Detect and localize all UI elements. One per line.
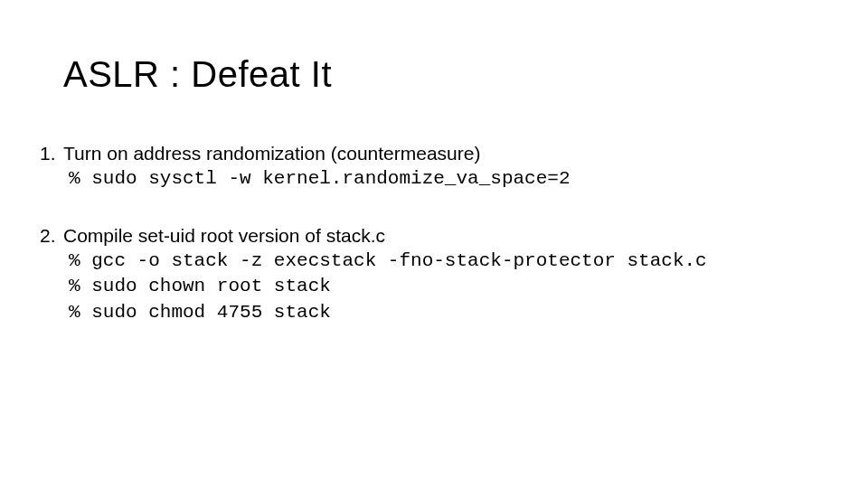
item-number: 2. [40,223,63,249]
slide-body: 1. Turn on address randomization (counte… [40,141,835,325]
item-text: Compile set-uid root version of stack.c [63,223,835,249]
command-line: % gcc -o stack -z execstack -fno-stack-p… [40,249,835,274]
command-line: % sudo chmod 4755 stack [40,300,835,325]
slide-title: ASLR : Defeat It [63,54,332,95]
item-number: 1. [40,141,63,166]
command-line: % sudo sysctl -w kernel.randomize_va_spa… [40,166,835,192]
list-item: 1. Turn on address randomization (counte… [40,141,835,166]
item-text: Turn on address randomization (counterme… [63,141,835,166]
list-item: 2. Compile set-uid root version of stack… [40,223,835,249]
spacer [40,192,835,223]
slide: ASLR : Defeat It 1. Turn on address rand… [0,0,868,488]
command-line: % sudo chown root stack [40,274,835,299]
